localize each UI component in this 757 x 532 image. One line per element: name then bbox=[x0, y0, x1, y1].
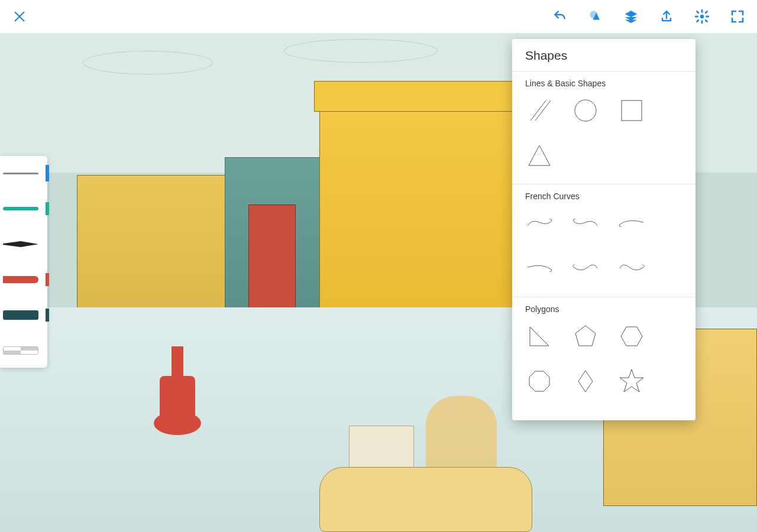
shape-french-curve-6[interactable] bbox=[617, 254, 646, 283]
brush-watercolor[interactable] bbox=[3, 309, 44, 322]
popover-title: Shapes bbox=[512, 39, 695, 71]
shape-french-curve-4[interactable] bbox=[525, 254, 554, 283]
shape-circle[interactable] bbox=[571, 96, 600, 125]
shape-hexagon[interactable] bbox=[617, 322, 646, 351]
svg-point-1 bbox=[700, 15, 704, 19]
top-toolbar bbox=[0, 0, 757, 33]
canvas-artwork bbox=[83, 51, 213, 74]
brush-fine-marker[interactable] bbox=[3, 202, 44, 215]
shapes-tool-icon[interactable] bbox=[587, 8, 604, 25]
svg-rect-3 bbox=[622, 100, 642, 121]
shape-french-curve-2[interactable] bbox=[571, 209, 600, 238]
brush-palette bbox=[0, 156, 47, 368]
layers-icon[interactable] bbox=[622, 8, 640, 25]
shape-square[interactable] bbox=[617, 96, 646, 125]
close-button[interactable] bbox=[11, 8, 28, 25]
shape-octagon[interactable] bbox=[525, 367, 554, 395]
shape-french-curve-5[interactable] bbox=[571, 254, 600, 283]
section-french-curves: French Curves bbox=[512, 184, 695, 297]
svg-point-2 bbox=[575, 100, 596, 121]
shape-triangle[interactable] bbox=[525, 141, 554, 170]
shape-french-curve-1[interactable] bbox=[525, 209, 554, 238]
shape-pentagon[interactable] bbox=[571, 322, 600, 351]
section-polygons: Polygons bbox=[512, 297, 695, 410]
shape-french-curve-3[interactable] bbox=[617, 209, 646, 238]
shape-right-triangle[interactable] bbox=[525, 322, 554, 351]
section-basic-shapes: Lines & Basic Shapes bbox=[512, 72, 695, 184]
brush-pencil[interactable] bbox=[3, 167, 44, 180]
fullscreen-icon[interactable] bbox=[729, 8, 746, 25]
shape-parallel-lines[interactable] bbox=[525, 96, 554, 125]
settings-icon[interactable] bbox=[693, 8, 711, 25]
brush-ink-pen[interactable] bbox=[3, 238, 44, 251]
undo-icon[interactable] bbox=[551, 8, 569, 25]
shape-star[interactable] bbox=[617, 367, 646, 395]
shapes-popover: Shapes Lines & Basic Shapes French Curve… bbox=[512, 39, 695, 420]
shape-rhombus[interactable] bbox=[571, 367, 600, 395]
brush-chisel-marker[interactable] bbox=[3, 273, 44, 286]
brush-eraser[interactable] bbox=[3, 344, 44, 357]
share-icon[interactable] bbox=[658, 8, 675, 25]
